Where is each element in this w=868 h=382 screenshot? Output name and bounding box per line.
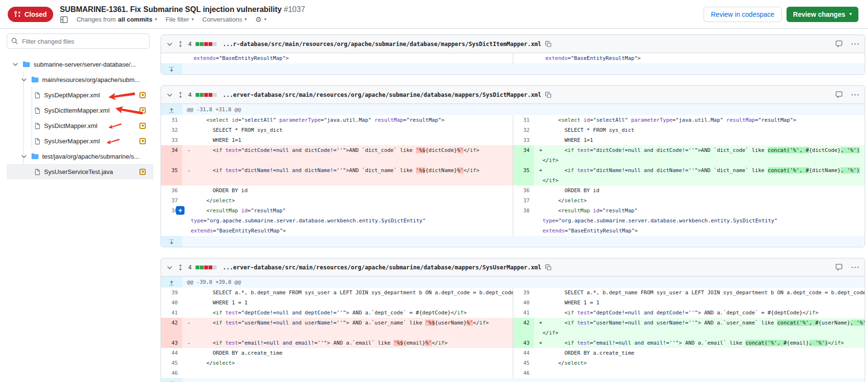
comment-icon[interactable] [835, 40, 843, 47]
old-line-number[interactable]: 32 [161, 125, 182, 135]
sidebar-item-submarine-server-server-database[interactable]: submarine-server/server-database/... [7, 57, 153, 72]
diff-row: extends="BaseEntityResultMap">extends="B… [161, 53, 865, 63]
old-line-number[interactable]: 35 [161, 165, 182, 185]
sidebar-item-sysuserservicetest-java[interactable]: SysUserServiceTest.java [7, 164, 153, 179]
file-filter-dropdown[interactable]: File filter ▾ [165, 16, 194, 23]
diff-row: 40 WHERE 1 = 140 WHERE 1 = 1 [161, 298, 865, 308]
old-line-number[interactable]: 45 [161, 358, 182, 368]
expand-band [182, 378, 865, 382]
review-in-codespace-button[interactable]: Review in codespace [704, 7, 781, 22]
old-line-number[interactable]: 37 [161, 196, 182, 206]
sidebar-item-sysdictmapper-xml[interactable]: SysDictMapper.xml [7, 118, 153, 133]
review-changes-label: Review changes [793, 11, 845, 18]
sidebar-item-test-java-org-apache-submarine-s[interactable]: test/java/org/apache/submarine/s... [7, 149, 153, 164]
new-line-number[interactable]: 37 [513, 196, 534, 206]
new-line-number[interactable]: 33 [513, 135, 534, 145]
sidebar-item-main-resources-org-apache-subm[interactable]: main/resources/org/apache/subm... [7, 72, 153, 87]
file-path[interactable]: ...erver-database/src/main/resources/org… [223, 264, 542, 271]
modified-badge-icon [139, 138, 146, 144]
diff-settings-dropdown[interactable]: ⚙ ▾ [255, 16, 266, 23]
new-line-number[interactable]: 43 [513, 338, 534, 348]
diff-sign: + [536, 318, 545, 328]
expand-up-button[interactable] [161, 104, 182, 115]
old-code-cell: ORDER BY a.create_time [182, 348, 513, 358]
file-path[interactable]: ...erver-database/src/main/resources/org… [223, 92, 542, 98]
drag-grabber-icon[interactable] [177, 40, 184, 48]
new-line-number[interactable]: 40 [513, 298, 534, 308]
chevron-down-icon[interactable] [20, 152, 28, 160]
kebab-menu-icon[interactable]: ··· [851, 263, 860, 271]
new-line-number[interactable]: 44 [513, 348, 534, 358]
file-label: SysDictItemMapper.xml [44, 107, 110, 114]
expand-up-button[interactable] [161, 277, 182, 288]
caret-down-icon: ▾ [192, 17, 194, 22]
drag-grabber-icon[interactable] [177, 264, 184, 271]
old-line-number[interactable]: 41 [161, 308, 182, 318]
old-code-cell: <if test="deptCode!=null and deptCode!='… [182, 308, 513, 318]
old-code-cell: SELECT a.*, b.dept_name FROM sys_user a … [182, 288, 513, 298]
old-line-number[interactable] [161, 53, 182, 63]
diff-row [161, 378, 865, 382]
chevron-down-icon[interactable] [20, 76, 28, 83]
old-line-number[interactable]: 33 [161, 135, 182, 145]
new-line-number[interactable]: 35 [513, 165, 534, 185]
filter-changed-files-input[interactable] [7, 34, 150, 49]
chevron-down-icon[interactable] [12, 60, 19, 68]
new-line-number[interactable]: 46 [513, 368, 534, 378]
old-line-number[interactable]: 39 [161, 288, 182, 298]
expand-down-button[interactable] [161, 378, 182, 382]
comment-icon[interactable] [835, 264, 843, 271]
new-line-number[interactable]: 38 [513, 206, 534, 236]
new-line-number[interactable]: 32 [513, 125, 534, 135]
old-line-number[interactable]: 43 [161, 338, 182, 348]
file-header: 4...erver-database/src/main/resources/or… [161, 258, 865, 277]
new-line-number[interactable]: 36 [513, 185, 534, 196]
review-changes-button[interactable]: Review changes ▾ [787, 7, 858, 22]
copy-path-icon[interactable] [545, 264, 552, 271]
kebab-menu-icon[interactable]: ··· [851, 91, 860, 99]
copy-path-icon[interactable] [545, 92, 552, 98]
conversations-dropdown[interactable]: Conversations ▾ [202, 16, 247, 23]
file-icon [35, 122, 41, 129]
expand-down-button[interactable] [161, 236, 182, 247]
old-line-number[interactable]: 34 [161, 145, 182, 165]
chevron-down-icon[interactable] [166, 40, 174, 48]
old-line-number[interactable]: 38+ [161, 206, 182, 236]
new-code-cell: <if test="deptCode!=null and deptCode!='… [534, 308, 865, 318]
old-line-number[interactable]: 44 [161, 348, 182, 358]
drag-grabber-icon[interactable] [177, 91, 184, 99]
new-line-number[interactable]: 41 [513, 308, 534, 318]
old-line-number[interactable]: 46 [161, 368, 182, 378]
old-line-number[interactable]: 31 [161, 115, 182, 125]
file-path[interactable]: ...r-database/src/main/resources/org/apa… [223, 41, 542, 47]
chevron-down-icon[interactable] [166, 264, 174, 271]
expand-down-button[interactable] [161, 63, 182, 74]
new-line-number[interactable]: 31 [513, 115, 534, 125]
comment-icon[interactable] [835, 91, 843, 98]
diff-row [161, 236, 865, 247]
changes-from-dropdown[interactable]: Changes from all commits ▾ [77, 16, 157, 23]
new-line-number[interactable]: 39 [513, 288, 534, 298]
new-code-cell: </select> [534, 196, 865, 206]
modified-badge-icon [139, 92, 146, 98]
new-line-number[interactable]: 45 [513, 358, 534, 368]
code-line: - <if test="dictName!=null and dictName!… [184, 165, 510, 175]
old-line-number[interactable]: 36 [161, 185, 182, 196]
sidebar-item-sysusermapper-xml[interactable]: SysUserMapper.xml [7, 133, 153, 149]
new-line-number[interactable] [513, 53, 534, 63]
copy-path-icon[interactable] [545, 41, 552, 47]
kebab-menu-icon[interactable]: ··· [851, 40, 860, 48]
add-comment-button[interactable]: + [176, 206, 185, 215]
code-line: type="org.apache.submarine.server.databa… [536, 216, 862, 226]
diffstat [196, 266, 217, 269]
code-line: - <if test="dictCode!=null and dictCode!… [184, 145, 510, 155]
old-line-number[interactable]: 40 [161, 298, 182, 308]
folder-label: test/java/org/apache/submarine/s... [42, 153, 139, 160]
chevron-down-icon[interactable] [166, 91, 174, 99]
new-line-number[interactable]: 34 [513, 145, 534, 165]
collapse-file-tree-icon[interactable] [60, 16, 68, 23]
hunk-header: @@ -31,8 +31,8 @@ [182, 104, 865, 115]
new-line-number[interactable]: 42 [513, 318, 534, 338]
diff-row: 42- <if test="userName!=null and userNam… [161, 318, 865, 338]
old-line-number[interactable]: 42 [161, 318, 182, 338]
